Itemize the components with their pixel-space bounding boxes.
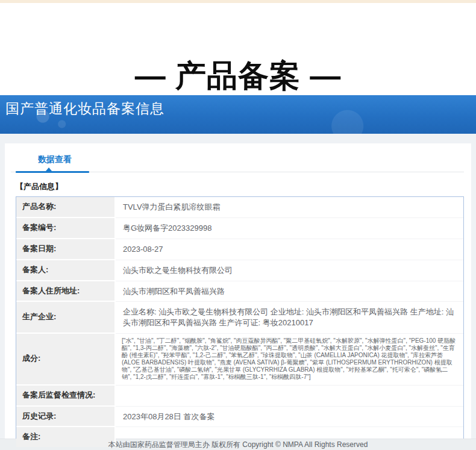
row-label: 历史记录: xyxy=(16,407,116,428)
row-value: TVLV弹力蛋白紧肌溶纹眼霜 xyxy=(116,197,463,218)
row-label: 成分: xyxy=(16,334,116,386)
row-label: 备注: xyxy=(16,427,116,447)
content-card: 数据查看 【产品信息】 产品名称:TVLV弹力蛋白紧肌溶纹眼霜备案编号:粤G妆网… xyxy=(5,143,471,450)
hero-section: — 产品备案 — xyxy=(0,3,476,95)
row-value xyxy=(116,386,463,407)
row-value: ["水", "甘油", "丁二醇", "烟酰胺", "角鲨烷", "肉豆蔻酸异丙… xyxy=(116,334,463,386)
table-row: 备案人:汕头市欧之曼生物科技有限公司 xyxy=(16,260,463,281)
tab-data-view[interactable]: 数据查看 xyxy=(38,154,72,164)
row-value: 2023年08月28日 首次备案 xyxy=(116,407,463,428)
page-title: — 产品备案 — xyxy=(135,59,341,93)
banner-title: 国产普通化妆品备案信息 xyxy=(5,101,164,116)
table-row: 成分:["水", "甘油", "丁二醇", "烟酰胺", "角鲨烷", "肉豆蔻… xyxy=(16,334,463,386)
active-tab-indicator xyxy=(16,171,89,173)
copyright-text: 本站由国家药品监督管理局主办 版权所有 Copyright © NMPA All… xyxy=(108,440,368,450)
row-label: 生产企业: xyxy=(16,302,116,333)
row-value: 粤G妆网备字2023329998 xyxy=(116,218,463,239)
table-row: 产品名称:TVLV弹力蛋白紧肌溶纹眼霜 xyxy=(16,197,463,218)
blue-banner: 国产普通化妆品备案信息 xyxy=(0,95,476,134)
row-value: 企业名称: 汕头市欧之曼生物科技有限公司 企业地址: 汕头市潮阳区和平凤善福兴路… xyxy=(116,302,463,333)
row-label: 备案人: xyxy=(16,260,116,281)
row-label: 备案后监督检查情况: xyxy=(16,386,116,407)
row-label: 备案编号: xyxy=(16,218,116,239)
product-info-table: 产品名称:TVLV弹力蛋白紧肌溶纹眼霜备案编号:粤G妆网备字2023329998… xyxy=(16,196,464,448)
row-value: 汕头市潮阳区和平凤善福兴路 xyxy=(116,281,463,302)
row-value: 汕头市欧之曼生物科技有限公司 xyxy=(116,260,463,281)
active-tab-caret-icon xyxy=(46,167,52,171)
product-info-heading: 【产品信息】 xyxy=(16,181,464,192)
table-row: 备案后监督检查情况: xyxy=(16,386,463,407)
tab-bar: 数据查看 xyxy=(11,143,464,172)
table-row: 生产企业:企业名称: 汕头市欧之曼生物科技有限公司 企业地址: 汕头市潮阳区和平… xyxy=(16,302,463,333)
table-row: 备案人住所地址:汕头市潮阳区和平凤善福兴路 xyxy=(16,281,463,302)
row-label: 备案人住所地址: xyxy=(16,281,116,302)
table-row: 历史记录:2023年08月28日 首次备案 xyxy=(16,407,463,428)
row-value: 2023-08-27 xyxy=(116,239,463,260)
table-row: 备案日期:2023-08-27 xyxy=(16,239,463,260)
main-content-area: 数据查看 【产品信息】 产品名称:TVLV弹力蛋白紧肌溶纹眼霜备案编号:粤G妆网… xyxy=(0,134,476,439)
row-label: 备案日期: xyxy=(16,239,116,260)
row-label: 产品名称: xyxy=(16,197,116,218)
table-row: 备案编号:粤G妆网备字2023329998 xyxy=(16,218,463,239)
